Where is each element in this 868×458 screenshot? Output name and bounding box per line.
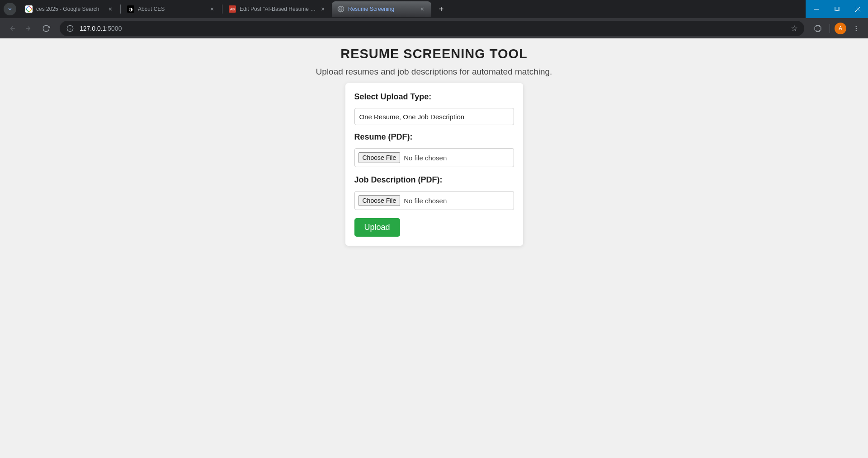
url-port: :5000 xyxy=(106,25,122,32)
maximize-button[interactable] xyxy=(826,0,847,18)
profile-avatar[interactable]: A xyxy=(835,23,846,34)
tab-about-ces[interactable]: ◑ About CES × xyxy=(122,1,221,17)
upload-form-card: Select Upload Type: One Resume, One Job … xyxy=(345,83,523,246)
back-button[interactable] xyxy=(5,21,19,36)
menu-icon[interactable] xyxy=(849,21,863,36)
site-info-icon[interactable] xyxy=(66,24,74,33)
ces-icon: ◑ xyxy=(127,5,134,13)
forward-button[interactable] xyxy=(22,21,36,36)
close-window-button[interactable] xyxy=(847,0,868,18)
upload-button[interactable]: Upload xyxy=(354,218,400,237)
resume-file-input[interactable]: Choose File No file chosen xyxy=(354,148,514,167)
svg-rect-5 xyxy=(836,7,840,10)
close-icon[interactable]: × xyxy=(319,5,326,13)
minimize-button[interactable] xyxy=(806,0,826,18)
tab-title: Resume Screening xyxy=(348,6,417,12)
reload-button[interactable] xyxy=(39,21,53,36)
bookmark-icon[interactable]: ☆ xyxy=(791,23,798,33)
svg-rect-3 xyxy=(814,9,819,9)
resume-label: Resume (PDF): xyxy=(354,132,514,142)
resume-choose-button[interactable]: Choose File xyxy=(359,152,401,163)
jd-file-status: No file chosen xyxy=(404,197,447,205)
svg-rect-4 xyxy=(835,7,838,10)
tab-google-search[interactable]: ces 2025 - Google Search × xyxy=(20,1,119,17)
url-text: 127.0.0.1:5000 xyxy=(80,25,791,32)
upload-type-select[interactable]: One Resume, One Job Description xyxy=(354,108,514,125)
search-tabs-button[interactable] xyxy=(4,3,16,15)
close-icon[interactable]: × xyxy=(107,5,114,13)
upload-type-label: Select Upload Type: xyxy=(354,92,514,102)
tab-separator xyxy=(120,5,121,14)
svg-point-13 xyxy=(856,26,857,27)
url-host: 127.0.0.1 xyxy=(80,25,106,32)
new-tab-button[interactable]: + xyxy=(435,3,448,15)
window-controls xyxy=(806,0,868,18)
page-subtitle: Upload resumes and job descriptions for … xyxy=(0,67,868,77)
tab-separator xyxy=(222,5,222,14)
page-content: RESUME SCREENING TOOL Upload resumes and… xyxy=(0,38,868,458)
tab-bar: ces 2025 - Google Search × ◑ About CES ×… xyxy=(0,0,868,18)
address-bar[interactable]: 127.0.0.1:5000 ☆ xyxy=(60,21,804,36)
toolbar-separator xyxy=(830,24,830,33)
globe-icon xyxy=(337,5,344,13)
jd-file-input[interactable]: Choose File No file chosen xyxy=(354,191,514,210)
edit-icon: AB xyxy=(229,5,236,13)
tab-resume-screening[interactable]: Resume Screening × xyxy=(332,1,431,17)
address-bar-row: 127.0.0.1:5000 ☆ A xyxy=(0,18,868,38)
resume-file-status: No file chosen xyxy=(404,154,447,162)
extensions-icon[interactable] xyxy=(811,21,825,36)
tab-title: ces 2025 - Google Search xyxy=(36,6,105,12)
page-title: RESUME SCREENING TOOL xyxy=(0,47,868,61)
tab-edit-post[interactable]: AB Edit Post "AI-Based Resume Scr × xyxy=(223,1,332,17)
google-icon xyxy=(25,5,33,13)
tab-title: Edit Post "AI-Based Resume Scr xyxy=(240,6,317,12)
jd-label: Job Description (PDF): xyxy=(354,175,514,185)
svg-point-14 xyxy=(856,28,857,29)
close-icon[interactable]: × xyxy=(419,5,426,13)
browser-chrome: ces 2025 - Google Search × ◑ About CES ×… xyxy=(0,0,868,38)
close-icon[interactable]: × xyxy=(208,5,216,13)
svg-point-15 xyxy=(856,30,857,31)
tab-title: About CES xyxy=(138,6,207,12)
jd-choose-button[interactable]: Choose File xyxy=(359,195,401,206)
